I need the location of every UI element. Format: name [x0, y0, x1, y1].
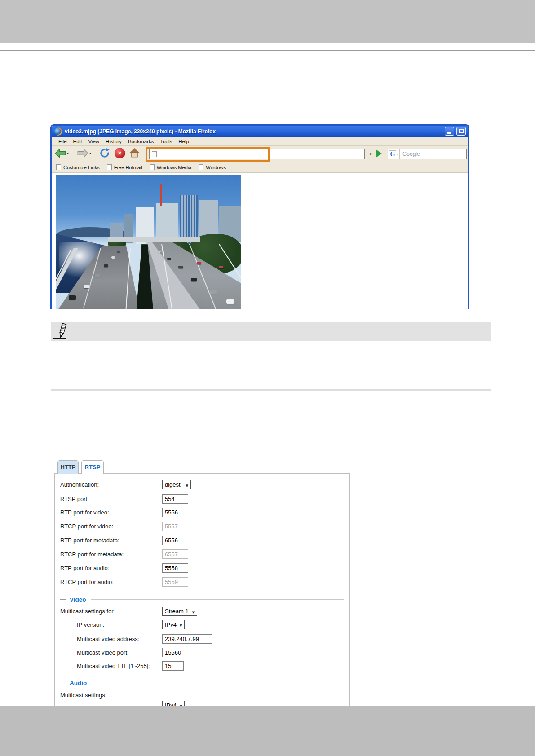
back-dropdown-icon[interactable]: ▾ — [67, 151, 69, 155]
forward-icon — [77, 147, 89, 159]
rtcp-metadata-port-input: 6557 — [162, 549, 188, 559]
form-row-ip-version-video: IP version: IPv4 — [55, 620, 349, 631]
reload-button[interactable] — [99, 148, 110, 158]
menu-edit[interactable]: Edit — [70, 139, 85, 144]
header-divider-line — [0, 50, 535, 51]
menu-history[interactable]: History — [102, 139, 125, 144]
menu-tools[interactable]: Tools — [157, 139, 175, 144]
multicast-video-port-input[interactable]: 15560 — [162, 648, 188, 657]
google-logo-icon: G — [389, 150, 397, 158]
field-label: Multicast video port: — [77, 649, 129, 656]
section-dash — [60, 683, 66, 683]
field-label: RTCP port for audio: — [60, 579, 114, 585]
rtp-audio-port-input[interactable]: 5558 — [162, 563, 188, 573]
note-underline — [53, 338, 66, 339]
section-rule — [91, 599, 344, 600]
rtcp-video-port-input: 5557 — [162, 522, 188, 531]
form-row-authentication: Authentication: digest — [55, 480, 349, 491]
menu-view[interactable]: View — [85, 139, 102, 144]
maximize-button[interactable] — [456, 127, 466, 136]
form-row-rtp-audio: RTP port for audio: 5558 — [55, 563, 349, 574]
chevron-down-icon — [183, 481, 189, 488]
field-label: RTCP port for video: — [60, 523, 113, 530]
field-label: Authentication: — [60, 481, 99, 488]
multicast-video-ttl-input[interactable]: 15 — [162, 661, 184, 671]
menu-bookmarks[interactable]: Bookmarks — [125, 139, 157, 144]
field-label: RTP port for video: — [60, 509, 109, 516]
bookmark-customize-links[interactable]: Customize Links — [56, 164, 100, 170]
multicast-video-address-input[interactable]: 239.240.7.99 — [162, 634, 212, 644]
home-button[interactable] — [129, 148, 140, 158]
section-title: Audio — [70, 680, 87, 686]
field-label: RTSP port: — [60, 496, 89, 502]
bookmark-free-hotmail[interactable]: Free Hotmail — [107, 164, 142, 170]
field-label: Multicast settings: — [60, 692, 106, 699]
form-row-multicast-video-port: Multicast video port: 15560 — [55, 648, 349, 659]
bookmark-icon — [107, 164, 112, 170]
audio-section-header: Audio — [60, 679, 344, 686]
section-divider-bar — [51, 389, 491, 391]
bookmark-windows-media[interactable]: Windows Media — [150, 164, 192, 170]
window-title: video2.mjpg (JPEG Image, 320x240 pixels)… — [65, 128, 216, 135]
bookmark-icon — [199, 164, 203, 170]
form-row-rtp-video: RTP port for video: 5556 — [55, 508, 349, 519]
address-dropdown-button[interactable] — [367, 149, 374, 159]
section-title: Video — [70, 596, 86, 603]
menu-help[interactable]: Help — [175, 139, 192, 144]
forward-button[interactable]: ▾ — [77, 147, 91, 159]
stop-icon — [115, 148, 125, 158]
multicast-stream-select[interactable]: Stream 1 — [162, 607, 197, 616]
bookmark-icon — [56, 164, 61, 170]
back-icon — [54, 147, 66, 159]
tab-http[interactable]: HTTP — [57, 460, 79, 474]
form-row-multicast-stream: Multicast settings for Stream 1 — [55, 607, 349, 617]
chevron-down-icon — [189, 608, 195, 615]
authentication-select[interactable]: digest — [162, 480, 191, 489]
search-box[interactable]: G Google — [388, 149, 467, 159]
navigation-toolbar: ▾ ▾ G Google — [52, 146, 468, 162]
reload-icon — [99, 148, 110, 158]
form-row-rtp-metadata: RTP port for metadata: 6556 — [55, 536, 349, 546]
section-dash — [60, 599, 66, 600]
rtp-metadata-port-input[interactable]: 6556 — [162, 536, 188, 545]
traffic-camera-image — [56, 175, 241, 309]
search-engine-button[interactable]: G — [388, 149, 400, 159]
form-row-rtcp-video: RTCP port for video: 5557 — [55, 522, 349, 532]
field-label: RTP port for audio: — [60, 565, 109, 571]
ip-version-select[interactable]: IPv4 — [162, 620, 185, 629]
firefox-window: video2.mjpg (JPEG Image, 320x240 pixels)… — [50, 124, 469, 309]
bookmarks-toolbar: Customize Links Free Hotmail Windows Med… — [52, 162, 468, 173]
go-button[interactable] — [376, 149, 382, 158]
note-callout-bar — [51, 322, 491, 341]
rtsp-settings-panel: Authentication: digest RTSP port: 554 RT… — [54, 473, 350, 707]
chevron-down-icon — [177, 621, 182, 628]
bookmark-windows[interactable]: Windows — [199, 164, 226, 170]
field-label: Multicast video address: — [77, 636, 139, 642]
field-label: Multicast settings for — [60, 608, 114, 615]
back-button[interactable]: ▾ — [54, 147, 69, 159]
search-placeholder: Google — [402, 151, 420, 157]
menu-bar: File Edit View History Bookmarks Tools H… — [52, 137, 468, 146]
page-header-band — [0, 0, 535, 43]
section-rule — [91, 683, 344, 683]
field-label: RTP port for metadata: — [60, 537, 119, 544]
menu-file[interactable]: File — [55, 139, 70, 144]
rtcp-audio-port-input: 5559 — [162, 577, 188, 587]
pencil-note-icon — [55, 323, 75, 341]
form-row-multicast-video-ttl: Multicast video TTL [1~255]: 15 — [55, 661, 349, 672]
stop-button[interactable] — [115, 148, 125, 158]
form-row-rtcp-metadata: RTCP port for metadata: 6557 — [55, 549, 349, 560]
field-label: RTCP port for metadata: — [60, 551, 124, 558]
rtsp-port-input[interactable]: 554 — [162, 494, 188, 504]
minimize-button[interactable] — [445, 127, 454, 136]
home-icon — [129, 148, 140, 158]
form-row-rtsp-port: RTSP port: 554 — [55, 494, 349, 505]
rtp-video-port-input[interactable]: 5556 — [162, 508, 188, 517]
firefox-title-bar: video2.mjpg (JPEG Image, 320x240 pixels)… — [52, 126, 468, 137]
forward-dropdown-icon[interactable]: ▾ — [89, 151, 91, 155]
form-row-rtcp-audio: RTCP port for audio: 5559 — [55, 577, 349, 588]
tab-rtsp[interactable]: RTSP — [81, 460, 104, 474]
address-bar-highlight-annotation — [146, 147, 270, 162]
maximize-icon — [459, 129, 464, 133]
field-label: IP version: — [77, 621, 104, 628]
